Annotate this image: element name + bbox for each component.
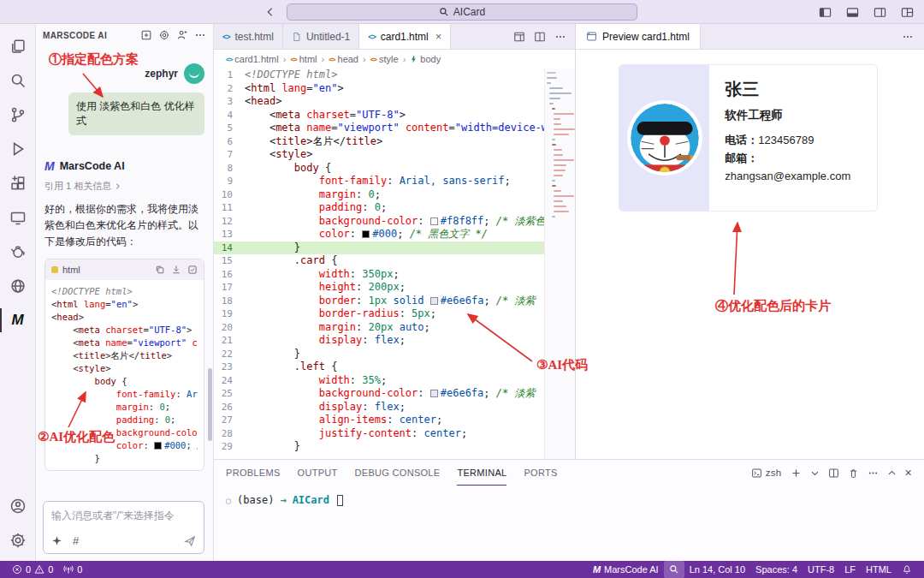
search-sidebar-icon[interactable] — [0, 63, 36, 98]
terminal-dropdown-icon[interactable] — [810, 468, 820, 478]
code-line-28[interactable]: 28 justify-content: center; — [214, 427, 575, 441]
tab-preview-card1[interactable]: Preview card1.html — [576, 24, 701, 49]
reference-link[interactable]: 引用 1 相关信息 — [44, 180, 204, 193]
code-line-6[interactable]: 6 <title>名片</title> — [214, 135, 575, 149]
marscode-status[interactable]: MMarsCode AI — [588, 561, 664, 578]
new-chat-icon[interactable] — [140, 29, 152, 41]
remote-explorer-icon[interactable] — [0, 200, 36, 235]
insert-code-icon[interactable] — [171, 265, 181, 275]
code-line-4[interactable]: 4 <meta charset="UTF-8"> — [214, 109, 575, 122]
tab-debug-console[interactable]: DEBUG CONSOLE — [355, 460, 441, 486]
more-actions-icon[interactable] — [194, 29, 206, 41]
tab-ports[interactable]: PORTS — [524, 460, 557, 486]
source-control-icon[interactable] — [0, 98, 36, 132]
code-line-5[interactable]: 5 <meta name="viewport" content="width=d… — [214, 122, 575, 135]
code-line-21[interactable]: 21 display: flex; — [214, 334, 575, 348]
context-hash-button[interactable]: # — [73, 534, 79, 547]
ports-status[interactable]: 0 — [58, 561, 87, 578]
tab-output[interactable]: OUTPUT — [298, 460, 338, 486]
explorer-icon[interactable] — [0, 29, 36, 63]
code-line-8[interactable]: 8 body { — [214, 162, 575, 176]
language-mode[interactable]: HTML — [861, 561, 897, 578]
copy-code-icon[interactable] — [155, 265, 165, 275]
code-line-10[interactable]: 10 margin: 0; — [214, 188, 575, 202]
code-editor[interactable]: 1<!DOCTYPE html>2<html lang="en">3<head>… — [214, 69, 575, 459]
code-line-20[interactable]: 20 margin: 20px auto; — [214, 321, 575, 335]
code-line-23[interactable]: 23 .left { — [214, 361, 575, 374]
indentation[interactable]: Spaces: 4 — [750, 561, 803, 578]
new-terminal-icon[interactable] — [791, 468, 802, 479]
code-line-3[interactable]: 3<head> — [214, 95, 575, 109]
tab-terminal[interactable]: TERMINAL — [457, 460, 506, 486]
agent-profile-icon[interactable] — [176, 29, 188, 41]
chat-history[interactable]: zephyr 使用 淡紫色和白色 优化样式 M MarsCode AI 引用 1… — [36, 46, 213, 492]
teapot-icon[interactable] — [0, 235, 36, 269]
code-line-17[interactable]: 17 height: 200px; — [214, 281, 575, 295]
code-line-27[interactable]: 27 align-items: center; — [214, 414, 575, 427]
zoom-indicator[interactable] — [664, 561, 684, 578]
breadcrumb-head[interactable]: <>head — [329, 54, 358, 64]
code-line-18[interactable]: 18 border: 1px solid #e6e6fa; /* 淡紫 — [214, 295, 575, 308]
code-line-26[interactable]: 26 display: flex; — [214, 401, 575, 414]
toggle-sidebar-right-icon[interactable] — [871, 3, 888, 21]
code-line-16[interactable]: 16 width: 350px; — [214, 268, 575, 282]
account-icon[interactable] — [0, 489, 36, 523]
extensions-icon[interactable] — [0, 166, 36, 200]
split-editor-icon[interactable] — [534, 31, 546, 43]
code-line-13[interactable]: 13 color: #000; /* 黑色文字 */ — [214, 228, 575, 241]
apply-code-icon[interactable] — [187, 265, 198, 275]
cursor-position[interactable]: Ln 14, Col 10 — [684, 561, 750, 578]
customize-layout-icon[interactable] — [898, 3, 915, 21]
tab-test-html[interactable]: <> test.html — [214, 24, 283, 49]
send-icon[interactable] — [184, 535, 196, 547]
close-panel-icon[interactable]: × — [905, 466, 912, 480]
code-line-29[interactable]: 29 } — [214, 440, 575, 454]
code-line-1[interactable]: 1<!DOCTYPE html> — [214, 69, 575, 82]
preview-more-icon[interactable] — [902, 31, 924, 43]
skills-icon[interactable] — [51, 535, 62, 546]
minimap[interactable] — [544, 69, 575, 459]
code-line-25[interactable]: 25 background-color: #e6e6fa; /* 淡紫 — [214, 387, 575, 401]
code-line-14[interactable]: 14 } — [214, 241, 575, 255]
code-line-24[interactable]: 24 width: 35%; — [214, 374, 575, 388]
chat-input-box[interactable]: 输入消息或者"/"来选择指令 # — [43, 501, 204, 554]
chat-settings-icon[interactable] — [158, 29, 170, 41]
split-terminal-icon[interactable] — [828, 468, 839, 479]
run-debug-icon[interactable] — [0, 132, 36, 166]
code-line-7[interactable]: 7 <style> — [214, 148, 575, 162]
tab-card1-html[interactable]: <> card1.html × — [359, 24, 451, 49]
shell-selector[interactable]: zsh — [751, 468, 782, 479]
notifications-bell-icon[interactable] — [897, 561, 917, 578]
settings-gear-icon[interactable] — [0, 523, 36, 557]
breadcrumb-file[interactable]: <>card1.html — [226, 54, 279, 64]
code-line-2[interactable]: 2<html lang="en"> — [214, 82, 575, 96]
problems-status[interactable]: 0 0 — [7, 561, 58, 578]
toggle-panel-icon[interactable] — [844, 3, 861, 21]
globe-icon[interactable] — [0, 269, 36, 303]
code-line-15[interactable]: 15 .card { — [214, 254, 575, 268]
tab-untitled-1[interactable]: Untitled-1 — [283, 24, 359, 49]
back-icon[interactable] — [262, 3, 279, 21]
tab-problems[interactable]: PROBLEMS — [226, 460, 281, 486]
code-line-22[interactable]: 22 } — [214, 348, 575, 361]
panel-more-icon[interactable] — [868, 468, 879, 479]
kill-terminal-icon[interactable] — [848, 468, 859, 479]
code-line-11[interactable]: 11 padding: 0; — [214, 201, 575, 215]
editor-more-icon[interactable] — [554, 31, 566, 43]
code-line-9[interactable]: 9 font-family: Arial, sans-serif; — [214, 175, 575, 188]
command-center-search[interactable]: AICard — [287, 3, 637, 21]
maximize-panel-icon[interactable] — [887, 468, 897, 478]
breadcrumb-body[interactable]: body — [410, 54, 441, 64]
encoding[interactable]: UTF-8 — [803, 561, 839, 578]
close-tab-icon[interactable]: × — [435, 30, 442, 43]
toggle-sidebar-left-icon[interactable] — [816, 3, 833, 21]
terminal-prompt[interactable]: ○ (base) → AICard — [214, 486, 924, 506]
marscode-ai-icon[interactable]: M — [0, 303, 36, 337]
breadcrumb-html[interactable]: <>html — [290, 54, 317, 64]
code-line-19[interactable]: 19 border-radius: 5px; — [214, 307, 575, 321]
open-preview-icon[interactable] — [513, 31, 525, 43]
eol[interactable]: LF — [839, 561, 861, 578]
code-line-12[interactable]: 12 background-color: #f8f8ff; /* 淡紫色 — [214, 215, 575, 229]
sidebar-scrollbar[interactable] — [208, 368, 212, 441]
breadcrumb-style[interactable]: <>style — [370, 54, 399, 64]
